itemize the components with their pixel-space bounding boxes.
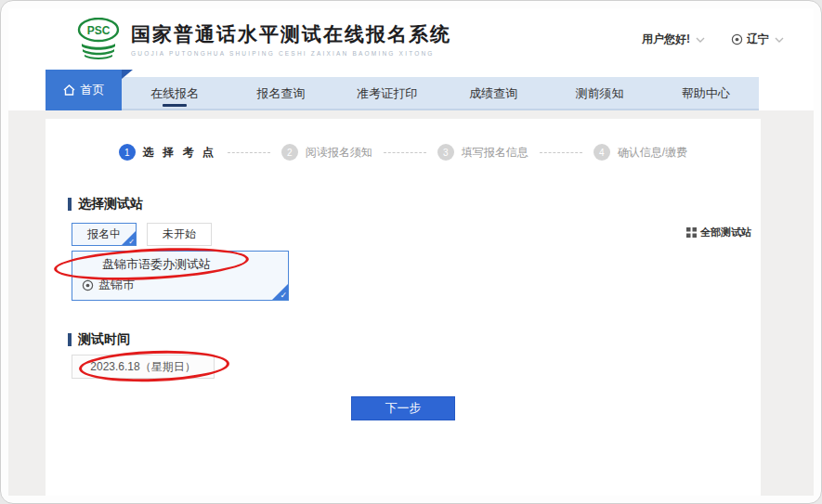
step-label: 填写报名信息 xyxy=(462,145,528,161)
grid-icon xyxy=(686,227,697,238)
active-nav-underline xyxy=(163,104,187,107)
station-city-row: 盘锦市 xyxy=(82,277,279,293)
nav-item-label: 测前须知 xyxy=(575,85,623,102)
app-window: PSC 国家普通话水平测试在线报名系统 GUOJIA PUTONGHUA SHU… xyxy=(0,0,822,504)
section-header-test-station: 选择测试站 xyxy=(68,196,761,213)
nav-item-score-query[interactable]: 成绩查询 xyxy=(440,77,546,110)
location-pin-icon xyxy=(731,33,743,45)
target-location-icon xyxy=(82,279,94,291)
step-select-test-site: 1 选 择 考 点 xyxy=(119,144,216,161)
site-title: 国家普通话水平测试在线报名系统 xyxy=(131,21,451,47)
filter-tab-registering[interactable]: 报名中 ✓ xyxy=(72,223,137,246)
test-date-option[interactable]: 2023.6.18（星期日） xyxy=(72,355,215,379)
nav-items: 在线报名 报名查询 准考证打印 成绩查询 测前须知 帮助中心 xyxy=(122,77,759,110)
nav-item-online-registration[interactable]: 在线报名 xyxy=(122,77,228,110)
section-accent-bar xyxy=(68,198,72,211)
filter-tab-not-started[interactable]: 未开始 xyxy=(147,223,212,246)
date-option-wrap: 2023.6.18（星期日） xyxy=(72,355,215,379)
step-number-badge: 1 xyxy=(119,144,136,161)
chevron-down-icon[interactable] xyxy=(696,37,705,43)
next-step-button[interactable]: 下一步 xyxy=(351,396,455,420)
nav-item-label: 帮助中心 xyxy=(682,85,730,102)
filter-row: 报名中 ✓ 未开始 全部测试站 xyxy=(72,223,751,246)
section-accent-bar xyxy=(68,333,72,346)
nav-item-label: 在线报名 xyxy=(150,85,199,102)
step-label: 选 择 考 点 xyxy=(143,145,216,161)
nav-item-admission-ticket-print[interactable]: 准考证打印 xyxy=(334,77,440,110)
chevron-down-icon xyxy=(775,37,784,43)
content-card: 1 选 择 考 点 2 阅读报名须知 3 填写报名信息 4 确认信息/缴费 xyxy=(46,119,761,496)
section-title: 选择测试站 xyxy=(78,196,143,213)
all-stations-label: 全部测试站 xyxy=(700,226,751,239)
step-connector xyxy=(228,152,270,153)
nav-tab-home[interactable]: 首页 xyxy=(46,70,122,110)
home-icon xyxy=(63,84,75,96)
nav-item-label: 报名查询 xyxy=(256,85,305,102)
main-nav: 首页 在线报名 报名查询 准考证打印 成绩查询 测前须知 帮助中心 xyxy=(8,70,814,110)
check-icon: ✓ xyxy=(128,238,135,246)
nav-tab-home-label: 首页 xyxy=(81,82,105,98)
step-fill-info: 3 填写报名信息 xyxy=(437,144,528,161)
title-block: 国家普通话水平测试在线报名系统 GUOJIA PUTONGHUA SHUIPIN… xyxy=(131,21,451,57)
step-number-badge: 2 xyxy=(281,144,298,161)
header: PSC 国家普通话水平测试在线报名系统 GUOJIA PUTONGHUA SHU… xyxy=(8,8,814,70)
nav-item-label: 准考证打印 xyxy=(357,85,417,102)
nav-item-registration-query[interactable]: 报名查询 xyxy=(228,77,333,110)
step-number-badge: 3 xyxy=(437,144,454,161)
region-label: 辽宁 xyxy=(747,32,769,47)
nav-item-label: 成绩查询 xyxy=(469,85,517,102)
filter-tab-label: 未开始 xyxy=(163,226,196,242)
station-name: 盘锦市语委办测试站 xyxy=(102,256,279,273)
step-read-notice: 2 阅读报名须知 xyxy=(281,144,372,161)
page-body: 1 选 择 考 点 2 阅读报名须知 3 填写报名信息 4 确认信息/缴费 xyxy=(8,110,814,496)
all-stations-link[interactable]: 全部测试站 xyxy=(686,226,751,239)
step-number-badge: 4 xyxy=(594,144,610,161)
site-subtitle: GUOJIA PUTONGHUA SHUIPING CESHI ZAIXIAN … xyxy=(131,50,451,57)
section-title: 测试时间 xyxy=(78,331,130,348)
step-connector xyxy=(384,152,426,153)
check-icon: ✓ xyxy=(280,291,287,300)
psc-logo-icon: PSC xyxy=(75,18,122,60)
tab-fold-decoration xyxy=(122,70,133,79)
user-area: 用户您好! 辽宁 xyxy=(642,32,784,47)
svg-text:PSC: PSC xyxy=(87,24,111,37)
step-label: 确认信息/缴费 xyxy=(618,145,687,161)
user-greeting[interactable]: 用户您好! xyxy=(642,32,690,47)
logo-group: PSC 国家普通话水平测试在线报名系统 GUOJIA PUTONGHUA SHU… xyxy=(75,18,451,60)
filter-tabs: 报名中 ✓ 未开始 xyxy=(72,223,212,246)
step-label: 阅读报名须知 xyxy=(306,145,372,161)
section-header-test-time: 测试时间 xyxy=(68,331,761,348)
test-station-card[interactable]: 盘锦市语委办测试站 盘锦市 ✓ xyxy=(72,251,289,301)
step-confirm-pay: 4 确认信息/缴费 xyxy=(594,144,687,161)
region-selector[interactable]: 辽宁 xyxy=(731,32,784,47)
nav-item-pretest-notice[interactable]: 测前须知 xyxy=(546,77,652,110)
nav-item-help-center[interactable]: 帮助中心 xyxy=(653,77,759,110)
station-city: 盘锦市 xyxy=(98,277,135,293)
filter-tab-label: 报名中 xyxy=(87,226,121,242)
step-indicator: 1 选 择 考 点 2 阅读报名须知 3 填写报名信息 4 确认信息/缴费 xyxy=(46,119,761,161)
step-connector xyxy=(540,152,582,153)
